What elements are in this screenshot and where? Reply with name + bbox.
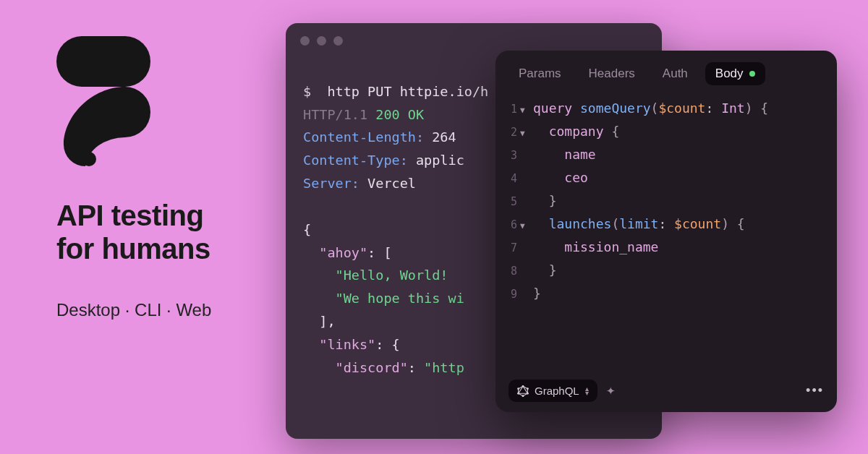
fold-icon[interactable]: ▼ xyxy=(520,127,533,141)
header-key: Server: xyxy=(303,176,359,191)
svg-marker-2 xyxy=(519,386,528,393)
window-controls xyxy=(286,36,662,46)
code-content: query someQuery($count: Int) { xyxy=(533,97,768,120)
code-content: mission_name xyxy=(533,236,658,259)
fold-icon[interactable]: ▼ xyxy=(520,103,533,118)
language-label: GraphQL xyxy=(535,385,579,397)
fold-icon[interactable]: ▼ xyxy=(520,219,533,234)
http-proto: HTTP/1.1 xyxy=(303,107,367,122)
magic-wand-icon[interactable]: ✦ xyxy=(606,385,616,398)
json-punct: : [ xyxy=(367,245,391,260)
editor-tabs: Params Headers Auth Body xyxy=(495,51,837,94)
code-line: 1 ▼ query someQuery($count: Int) { xyxy=(495,97,837,120)
chevron-updown-icon: ▴▾ xyxy=(585,387,589,395)
code-editor[interactable]: 1 ▼ query someQuery($count: Int) { 2 ▼ c… xyxy=(495,94,837,372)
editor-footer: GraphQL ▴▾ ✦ ••• xyxy=(495,372,837,412)
line-number: 6 xyxy=(495,215,520,235)
json-brace: { xyxy=(303,222,311,237)
status-dot-icon xyxy=(749,71,755,77)
code-content: launches(limit: $count) { xyxy=(533,213,745,236)
json-punct: ], xyxy=(319,314,335,329)
tab-body-label: Body xyxy=(715,67,744,81)
line-number: 4 xyxy=(495,169,520,189)
line-number: 5 xyxy=(495,192,520,212)
json-string: "We hope this wi xyxy=(336,291,464,306)
tagline-line-2: for humans xyxy=(56,232,211,265)
tab-body[interactable]: Body xyxy=(705,62,765,85)
code-content: } xyxy=(533,259,557,282)
code-line: 4 ceo xyxy=(495,166,837,189)
tagline: API testing for humans xyxy=(56,199,211,265)
header-key: Content-Type: xyxy=(303,153,408,168)
svg-point-5 xyxy=(527,392,529,394)
json-key: "links" xyxy=(319,337,375,352)
code-line: 5 } xyxy=(495,189,837,213)
more-menu-icon[interactable]: ••• xyxy=(806,383,824,398)
line-number: 2 xyxy=(495,123,520,142)
tab-params[interactable]: Params xyxy=(509,62,571,85)
header-value: 264 xyxy=(432,129,456,145)
code-content: company { xyxy=(533,120,619,143)
json-string: "Hello, World! xyxy=(336,267,456,283)
prompt: $ xyxy=(303,84,311,99)
json-key: "ahoy" xyxy=(319,245,367,260)
httpie-logo xyxy=(56,36,150,166)
code-line: 2 ▼ company { xyxy=(495,120,837,143)
code-content: name xyxy=(533,143,596,166)
line-number: 3 xyxy=(495,146,520,166)
traffic-light-minimize-icon[interactable] xyxy=(317,36,326,46)
traffic-light-zoom-icon[interactable] xyxy=(333,36,343,46)
editor-window: Params Headers Auth Body 1 ▼ query someQ… xyxy=(495,51,837,412)
header-value: Vercel xyxy=(367,176,416,191)
platforms-list: Desktop · CLI · Web xyxy=(56,300,211,320)
code-line: 6 ▼ launches(limit: $count) { xyxy=(495,213,837,236)
svg-point-8 xyxy=(517,387,519,390)
svg-point-0 xyxy=(82,152,96,166)
json-string: "http xyxy=(424,360,464,375)
traffic-light-close-icon[interactable] xyxy=(300,36,310,46)
line-number: 8 xyxy=(495,262,520,281)
json-punct: : xyxy=(408,360,424,375)
tab-auth[interactable]: Auth xyxy=(652,62,698,85)
http-status: 200 OK xyxy=(375,107,424,122)
json-punct: : { xyxy=(375,337,399,352)
code-content: } xyxy=(533,282,541,305)
line-number: 1 xyxy=(495,100,520,119)
code-line: 8 } xyxy=(495,259,837,282)
graphql-icon xyxy=(517,385,529,397)
header-key: Content-Length: xyxy=(303,129,424,145)
code-content: } xyxy=(533,189,557,213)
language-selector[interactable]: GraphQL ▴▾ xyxy=(509,380,597,402)
line-number: 9 xyxy=(495,285,520,304)
code-line: 7 mission_name xyxy=(495,236,837,259)
tab-headers[interactable]: Headers xyxy=(579,62,645,85)
code-content: ceo xyxy=(533,166,588,189)
svg-point-7 xyxy=(517,392,519,394)
svg-point-4 xyxy=(527,387,529,390)
header-value: applic xyxy=(416,153,464,168)
terminal-command: http PUT httpie.io/h xyxy=(327,84,488,99)
json-key: "discord" xyxy=(336,360,408,375)
line-number: 7 xyxy=(495,239,520,258)
code-line: 3 name xyxy=(495,143,837,166)
tagline-line-1: API testing xyxy=(56,199,211,232)
code-line: 9 } xyxy=(495,282,837,305)
